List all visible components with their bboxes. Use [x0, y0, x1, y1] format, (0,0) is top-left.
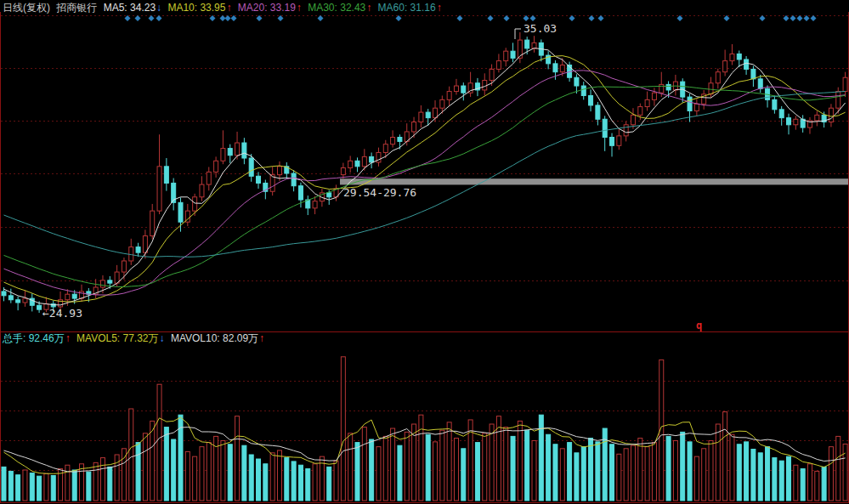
ma10-readout: MA10: 33.95	[167, 2, 225, 14]
volume-pane-header: 总手: 92.46万↑ MAVOL5: 77.32万↓ MAVOL10: 82.…	[3, 332, 268, 344]
event-diamond-icon	[135, 15, 141, 21]
candlestick-chart-canvas[interactable]	[0, 0, 849, 504]
trough-price-label: ←24.93	[42, 308, 82, 319]
total-hands-arrow: ↑	[65, 332, 71, 344]
ma60-readout: MA60: 31.16	[378, 2, 436, 14]
mavol5-readout: MAVOL5: 77.32万	[76, 332, 159, 344]
event-diamond-icon	[396, 15, 402, 21]
period-label[interactable]: 日线(复权)	[3, 2, 50, 14]
event-diamond-icon	[231, 15, 237, 21]
volume-bars	[2, 357, 847, 501]
mavol5-arrow: ↓	[160, 332, 165, 344]
ma20-trend-arrow: ↑	[297, 2, 302, 14]
mavol10-arrow: ↑	[259, 332, 264, 344]
ma30-readout: MA30: 32.43	[308, 2, 365, 14]
event-diamond-icon	[677, 15, 683, 21]
ma5-readout: MA5: 34.23	[104, 2, 156, 14]
event-diamond-icon	[220, 15, 226, 21]
ma10-trend-arrow: ↑	[226, 2, 231, 14]
gridlines	[1, 16, 848, 471]
event-diamond-icon	[797, 15, 803, 21]
event-diamond-icon	[804, 15, 810, 21]
event-diamond-icon	[125, 15, 131, 21]
event-diamond-icon	[156, 15, 162, 21]
event-diamond-icon	[784, 15, 790, 21]
ma60-trend-arrow: ↑	[437, 2, 442, 14]
event-diamond-icon	[724, 15, 730, 21]
ex-rights-flag[interactable]: q	[696, 320, 702, 331]
ma30-trend-arrow: ↑	[366, 2, 371, 14]
frame-borders	[0, 12, 849, 503]
event-diamond-icon	[811, 15, 817, 21]
mavol10-readout: MAVOL10: 82.09万	[171, 332, 258, 344]
event-diamond-icon	[318, 15, 324, 21]
event-diamond-icon	[524, 15, 529, 21]
ma20-readout: MA20: 33.19	[238, 2, 296, 14]
gap-band	[340, 178, 849, 184]
event-diamond-icon	[257, 15, 263, 21]
price-pane-header: 日线(复权) 招商银行 MA5: 34.23↓ MA10: 33.95↑ MA2…	[3, 2, 445, 14]
event-diamond-icon	[569, 15, 575, 21]
event-diamond-icon	[225, 15, 231, 21]
total-hands-readout: 总手: 92.46万	[3, 332, 65, 344]
event-diamond-icon	[210, 15, 216, 21]
event-diamond-icon	[149, 15, 155, 21]
peak-price-label: 35.03	[524, 23, 557, 34]
ma5-trend-arrow: ↓	[156, 2, 161, 14]
event-diamond-icon	[457, 15, 463, 21]
event-diamond-icon	[790, 15, 796, 21]
candles	[2, 32, 847, 313]
event-diamond-icon	[598, 15, 604, 21]
ma-lines	[4, 48, 846, 305]
event-marker-diamonds	[125, 15, 817, 21]
event-diamond-icon	[760, 15, 766, 21]
event-diamond-icon	[530, 15, 536, 21]
stock-chart-window: 日线(复权) 招商银行 MA5: 34.23↓ MA10: 33.95↑ MA2…	[0, 0, 849, 504]
event-diamond-icon	[278, 15, 284, 21]
ma5-line	[4, 48, 846, 305]
event-diamond-icon	[589, 15, 595, 21]
gap-range-label: 29.54-29.76	[343, 187, 416, 198]
event-diamond-icon	[504, 15, 510, 21]
stock-name[interactable]: 招商银行	[56, 2, 97, 14]
event-diamond-icon	[488, 15, 494, 21]
